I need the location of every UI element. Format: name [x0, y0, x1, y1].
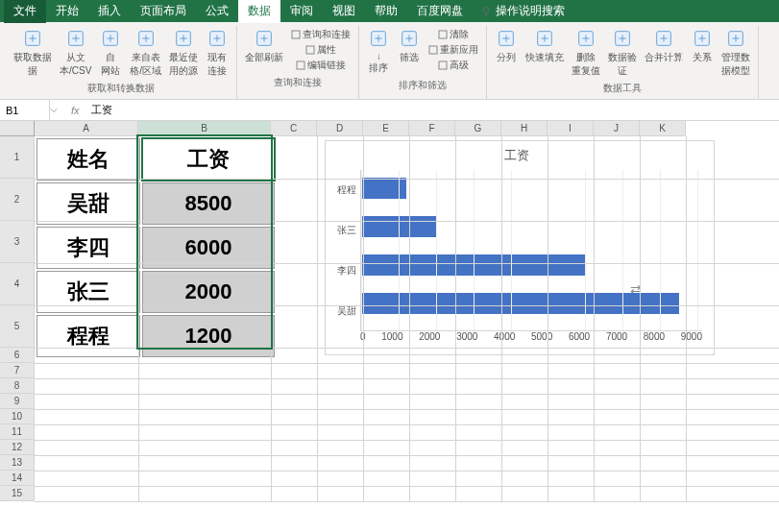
menu-tab-3[interactable]: 公式: [196, 0, 238, 23]
row-header-12[interactable]: 12: [0, 440, 35, 455]
small-icon: [291, 30, 301, 39]
table-cell-val-3[interactable]: 1200: [142, 315, 275, 357]
formula-input[interactable]: 工资: [87, 103, 116, 117]
chart-bar-3[interactable]: [361, 293, 679, 314]
row-header-11[interactable]: 11: [0, 424, 35, 440]
data-table[interactable]: 姓名工资吴甜8500李四6000张三2000程程1200: [35, 136, 277, 359]
table-cell-val-1[interactable]: 6000: [142, 227, 275, 269]
name-box[interactable]: B1: [0, 100, 50, 120]
ribbon-small-1-2[interactable]: 编辑链接: [296, 59, 346, 72]
ribbon-group-label-2: 排序和筛选: [399, 77, 447, 96]
table-cell-name-0[interactable]: 吴甜: [37, 182, 140, 225]
col-header-J[interactable]: J: [594, 121, 640, 136]
ribbon-btn-0-0[interactable]: 获取数据据: [12, 26, 54, 80]
small-icon: [438, 60, 448, 70]
ribbon-icon: [368, 28, 389, 49]
row-header-1[interactable]: 1: [0, 136, 35, 179]
table-header-0[interactable]: 姓名: [37, 138, 140, 181]
table-cell-name-3[interactable]: 程程: [37, 315, 140, 357]
ribbon-btn-3-4[interactable]: 合并计算: [643, 26, 685, 66]
row-header-6[interactable]: 6: [0, 348, 35, 363]
chart-xlabel: 4000: [494, 331, 515, 342]
ribbon-btn-3-2[interactable]: 删除重复值: [570, 26, 602, 80]
svg-rect-14: [429, 46, 437, 54]
row-header-2[interactable]: 2: [0, 179, 35, 221]
row-header-13[interactable]: 13: [0, 455, 35, 471]
menu-tab-1[interactable]: 插入: [88, 0, 131, 23]
table-cell-name-2[interactable]: 张三: [37, 271, 140, 313]
ribbon-btn-3-3[interactable]: 数据验证: [606, 26, 639, 80]
ribbon-btn-0-3[interactable]: 来自表格/区域: [128, 26, 163, 80]
embedded-chart[interactable]: 工资 程程张三李四吴甜 ⇄↘ 0100020003000400050006000…: [325, 140, 715, 355]
menu-tab-6[interactable]: 视图: [323, 0, 365, 23]
col-header-F[interactable]: F: [409, 121, 455, 136]
small-icon: [438, 30, 448, 39]
row-header-14[interactable]: 14: [0, 471, 35, 486]
ribbon-small-1-0[interactable]: 查询和连接: [291, 28, 351, 41]
small-icon: [428, 45, 438, 55]
chart-xlabel: 3000: [456, 331, 477, 342]
ribbon-btn-0-4[interactable]: 最近使用的源: [167, 26, 200, 80]
menu-tab-0[interactable]: 开始: [46, 0, 88, 23]
menu-tab-4[interactable]: 数据: [238, 0, 280, 23]
menu-tab-7[interactable]: 帮助: [365, 0, 407, 23]
ribbon-btn-2-0[interactable]: ↓排序: [365, 26, 392, 77]
chart-xlabel: 1000: [381, 331, 402, 342]
table-cell-val-0[interactable]: 8500: [142, 182, 275, 225]
chart-xlabel: 9000: [681, 331, 702, 342]
chart-gridline: [697, 170, 698, 330]
col-header-I[interactable]: I: [548, 121, 594, 136]
menu-tab-5[interactable]: 审阅: [280, 0, 323, 23]
tell-me-search[interactable]: 操作说明搜索: [480, 3, 565, 19]
col-header-K[interactable]: K: [640, 121, 686, 136]
small-icon: [305, 45, 315, 55]
ribbon-small-2-1[interactable]: 重新应用: [428, 43, 478, 57]
ribbon-btn-0-1[interactable]: 从文本/CSV: [58, 26, 93, 80]
ribbon-btn-3-1[interactable]: 快速填充: [523, 26, 566, 66]
row-header-7[interactable]: 7: [0, 363, 35, 378]
row-header-9[interactable]: 9: [0, 394, 35, 409]
ribbon-btn-3-5[interactable]: 关系: [689, 26, 716, 66]
col-header-E[interactable]: E: [363, 121, 409, 136]
ribbon-small-2-2[interactable]: 高级: [438, 59, 469, 72]
chart-xlabel: 6000: [569, 331, 590, 342]
col-header-C[interactable]: C: [271, 121, 317, 136]
col-header-A[interactable]: A: [35, 121, 138, 136]
chart-xlabel: 2000: [419, 331, 440, 342]
table-header-1[interactable]: 工资: [142, 138, 275, 181]
chart-plot-area[interactable]: ⇄↘: [360, 170, 702, 331]
ribbon-btn-0-2[interactable]: 自网站: [97, 26, 124, 80]
menu-tab-2[interactable]: 页面布局: [131, 0, 196, 23]
col-header-G[interactable]: G: [455, 121, 501, 136]
ribbon-icon: [100, 28, 121, 49]
small-icon: [296, 60, 305, 70]
col-header-B[interactable]: B: [138, 121, 271, 136]
chart-xlabel: 0: [360, 331, 366, 342]
ribbon-btn-2-1[interactable]: 筛选: [396, 26, 423, 66]
table-cell-name-1[interactable]: 李四: [37, 227, 140, 269]
row-header-3[interactable]: 3: [0, 221, 35, 263]
name-box-dropdown-icon[interactable]: [50, 107, 58, 114]
fx-icon[interactable]: fx: [63, 105, 87, 116]
chart-title[interactable]: 工资: [331, 147, 702, 164]
col-header-D[interactable]: D: [317, 121, 363, 136]
ribbon-icon: [173, 28, 194, 49]
ribbon-btn-3-6[interactable]: 管理数据模型: [719, 26, 752, 80]
ribbon-btn-3-0[interactable]: 分列: [493, 26, 520, 66]
ribbon-btn-1-0[interactable]: 全部刷新: [243, 26, 285, 66]
ribbon-icon: [254, 28, 275, 49]
select-all-corner[interactable]: [0, 121, 35, 136]
row-header-10[interactable]: 10: [0, 409, 35, 424]
ribbon-btn-0-5[interactable]: 现有连接: [204, 26, 231, 80]
menu-file[interactable]: 文件: [4, 0, 46, 23]
chart-xlabel: 7000: [606, 331, 627, 342]
row-header-8[interactable]: 8: [0, 378, 35, 394]
row-header-15[interactable]: 15: [0, 486, 35, 501]
ribbon-small-2-0[interactable]: 清除: [438, 28, 469, 41]
ribbon-small-1-1[interactable]: 属性: [305, 43, 336, 57]
row-header-4[interactable]: 4: [0, 263, 35, 305]
menu-tab-8[interactable]: 百度网盘: [407, 0, 473, 23]
row-header-5[interactable]: 5: [0, 305, 35, 348]
col-header-H[interactable]: H: [501, 121, 548, 136]
table-cell-val-2[interactable]: 2000: [142, 271, 275, 313]
